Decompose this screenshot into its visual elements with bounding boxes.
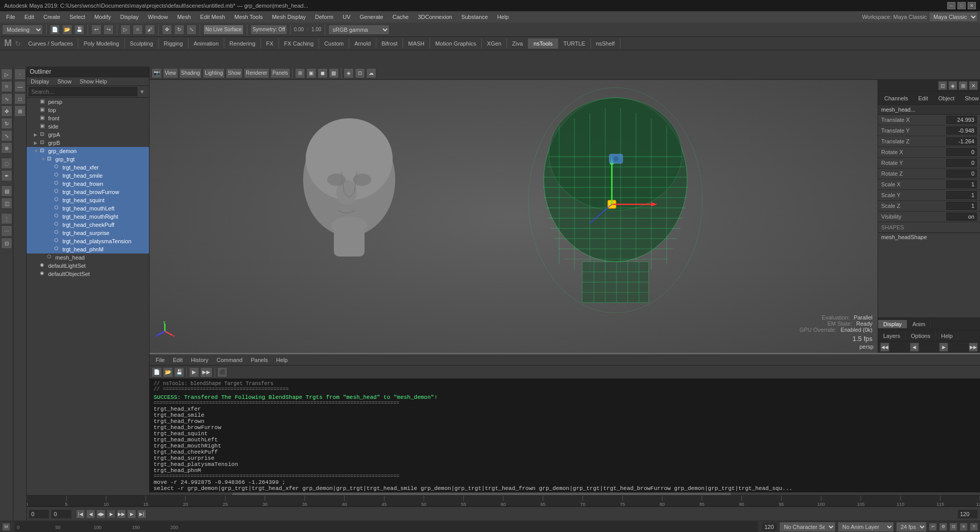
menu-3dconnexion[interactable]: 3DConnexion [414,13,456,21]
display-settings-btn[interactable]: ▤ [1,185,12,197]
show-btn[interactable]: Show [961,94,980,102]
menu-generate[interactable]: Generate [356,13,388,21]
tree-item-side[interactable]: ▣ side [27,122,149,131]
vp-grid-btn[interactable]: ⊞ [295,68,305,78]
component-edge-btn[interactable]: — [14,81,26,92]
scale-tool-btn[interactable]: ⤡ [1,130,12,141]
object-btn[interactable]: Object [934,94,958,102]
tree-item-trgt-head-surprise[interactable]: ⬡ trgt_head_surprise [27,229,149,237]
no-live-surface-btn[interactable]: No Live Surface [203,25,244,35]
vp-texture-btn[interactable]: ▩ [329,68,339,78]
script-file-menu[interactable]: File [152,356,169,364]
vp-resolution-btn[interactable]: ⊡ [355,68,365,78]
vp-lighting-btn[interactable]: Lighting [203,68,225,78]
tab-rendering[interactable]: Rendering [224,38,261,49]
open-file-btn[interactable]: 📂 [62,25,72,35]
rotate-x-val[interactable]: 0 [946,148,977,156]
tab-nstools[interactable]: nsTools [528,38,558,49]
display-tab[interactable]: Display [878,320,907,328]
select-btn[interactable]: ▷ [120,25,131,35]
script-open-btn[interactable]: 📂 [163,367,173,377]
current-frame-input[interactable] [29,509,49,519]
rotate-y-val[interactable]: 0 [946,159,977,167]
anim-layer-dropdown[interactable]: No Anim Layer [838,522,894,532]
props-scroll-right[interactable]: ▶ [939,343,948,352]
mode-dropdown[interactable]: Modeling [2,25,43,35]
script-history-menu[interactable]: History [187,356,212,364]
playback-end-status[interactable] [762,522,777,531]
viewport-3d-scene[interactable]: x y z Evaluation: Parallel [150,80,878,353]
vp-iso-btn[interactable]: ◈ [344,68,354,78]
menu-mesh[interactable]: Mesh [173,13,195,21]
lasso-btn[interactable]: ⌗ [133,25,143,35]
script-output[interactable]: // nsTools: blendShape Target Transfers … [150,379,980,492]
edit-btn[interactable]: Edit [914,94,932,102]
rotate-btn[interactable]: ↻ [174,25,184,35]
props-scroll-left[interactable]: ◀◀ [880,343,889,352]
tab-curves-surfaces[interactable]: Curves / Surfaces [23,38,78,49]
script-command-menu[interactable]: Command [212,356,247,364]
menu-help[interactable]: Help [493,13,513,21]
tab-motion-graphics[interactable]: Motion Graphics [430,38,482,49]
move-btn[interactable]: ✥ [162,25,172,35]
render-settings-btn[interactable]: ◫ [1,198,12,209]
menu-deform[interactable]: Deform [311,13,337,21]
tree-item-trgt-head-cheek[interactable]: ⬡ trgt_head_cheekPuff [27,221,149,229]
tree-item-trgt-head-phnm[interactable]: ⬡ trgt_head_phnM [27,245,149,253]
channels-btn[interactable]: Channels [880,94,912,102]
menu-edit-mesh[interactable]: Edit Mesh [196,13,229,21]
status-icon-prefs[interactable]: ⚙ [939,523,947,531]
tree-item-grp-trgt[interactable]: ▼ ⊡ grp_trgt [27,155,149,163]
script-save-btn[interactable]: 💾 [174,367,184,377]
menu-file[interactable]: File [2,13,19,21]
menu-window[interactable]: Window [144,13,172,21]
tab-turtle[interactable]: TURTLE [558,38,591,49]
tree-item-defaultlightset[interactable]: ◉ defaultLightSet [27,262,149,270]
props-icon2[interactable]: ◈ [948,81,957,90]
script-edit-menu[interactable]: Edit [169,356,187,364]
status-icon-anim[interactable]: ⊡ [949,523,957,531]
tree-item-defaultobjectset[interactable]: ◉ defaultObjectSet [27,270,149,278]
tree-item-trgt-head-squint[interactable]: ⬡ trgt_head_squint [27,196,149,204]
paint-select-btn[interactable]: ⌗ [1,81,12,92]
tab-mash[interactable]: MASH [403,38,430,49]
symmetry-btn[interactable]: Symmetry: Off [250,25,287,35]
snap-grid-btn[interactable]: ⋮ [1,213,12,224]
script-panels-menu[interactable]: Panels [247,356,272,364]
anim-timeline[interactable]: 0 50 100 150 200 [14,522,758,532]
menu-display[interactable]: Display [116,13,143,21]
goto-end-btn[interactable]: ▶| [137,509,146,519]
props-icon3[interactable]: ⊞ [958,81,968,90]
tab-sculpting[interactable]: Sculpting [125,38,159,49]
props-scroll-left2[interactable]: ◀ [910,343,919,352]
tree-item-trgt-head-frown[interactable]: ⬡ trgt_head_frown [27,180,149,188]
menu-mesh-display[interactable]: Mesh Display [268,13,310,21]
move-tool-btn[interactable]: ✥ [1,105,12,117]
tree-item-front[interactable]: ▣ front [27,114,149,122]
tree-item-grp-demon[interactable]: ▼ ⊡ grp_demon [27,147,149,155]
props-icon1[interactable]: ⊡ [938,81,947,90]
step-back-btn[interactable]: ◀ [86,509,95,519]
menu-create[interactable]: Create [39,13,65,21]
tree-item-mesh-head[interactable]: ⬡ mesh_head [27,253,149,262]
new-file-btn[interactable]: 📄 [50,25,60,35]
layers-tab[interactable]: Layers [878,332,906,340]
tree-item-trgt-head-mouthright[interactable]: ⬡ trgt_head_mouthRight [27,212,149,221]
outliner-help-menu[interactable]: Show Help [76,77,111,86]
vp-panels-btn[interactable]: Panels [270,68,290,78]
vp-renderer-btn[interactable]: Renderer [244,68,269,78]
tab-animation[interactable]: Animation [188,38,224,49]
scale-z-val[interactable]: 1 [946,202,977,210]
snap-curve-btn[interactable]: ⋯ [1,225,12,237]
tab-fx[interactable]: FX [261,38,279,49]
end-frame-input[interactable] [957,509,978,519]
tree-item-persp[interactable]: ▣ persp [27,98,149,106]
lasso-select-btn[interactable]: ∿ [1,93,12,104]
play-fwd-btn[interactable]: ▶▶ [117,509,126,519]
tab-poly-modeling[interactable]: Poly Modeling [78,38,124,49]
step-fwd-btn[interactable]: ▶ [127,509,136,519]
anim-tab[interactable]: Anim [907,320,931,328]
tab-nsshelf[interactable]: nsShelf [591,38,621,49]
menu-uv[interactable]: UV [338,13,354,21]
vp-shadow-btn[interactable]: ☁ [366,68,376,78]
